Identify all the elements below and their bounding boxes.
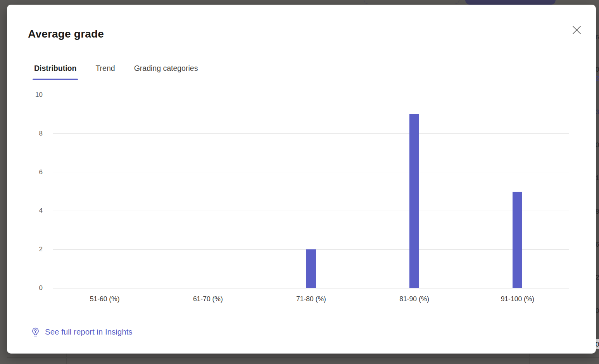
x-axis-labels: 51-60 (%)61-70 (%)71-80 (%)81-90 (%)91-1… — [53, 294, 569, 304]
background-text-fragment: 6 — [596, 240, 599, 249]
tab-bar: DistributionTrendGrading categories — [33, 63, 215, 80]
y-tick-label-10: 10 — [16, 91, 43, 99]
background-table-divider — [529, 354, 530, 364]
background-primary-button-fragment — [465, 0, 556, 5]
bar-cell — [259, 95, 363, 288]
x-tick-label: 61-70 (%) — [156, 294, 259, 304]
x-tick-label: 81-90 (%) — [363, 294, 466, 304]
bar-81-90 (%) — [409, 114, 419, 288]
close-icon — [572, 26, 581, 34]
see-full-report-label: See full report in Insights — [45, 326, 133, 337]
background-table-line — [7, 357, 599, 358]
close-button[interactable] — [569, 22, 584, 37]
bar-cell — [363, 95, 466, 288]
bar-cell — [156, 95, 259, 288]
bars — [53, 95, 569, 288]
bar-91-100 (%) — [513, 192, 522, 288]
y-tick-label-4: 4 — [16, 206, 43, 215]
x-tick-label: 51-60 (%) — [53, 294, 156, 304]
background-text-fragment: 0 — [596, 141, 599, 149]
plot-area — [53, 95, 569, 288]
screen: ra0230186200 Average grade DistributionT… — [0, 0, 599, 364]
background-text-fragment: ra — [596, 33, 599, 41]
background-text-fragment: 2 — [596, 273, 599, 282]
background-text-fragment: 0 — [596, 340, 599, 349]
background-text-fragment: 0 — [596, 65, 599, 74]
y-tick-label-6: 6 — [16, 168, 43, 177]
background-text-fragment: 0 — [596, 307, 599, 315]
bar-cell — [53, 95, 156, 288]
average-grade-dialog: Average grade DistributionTrendGrading c… — [7, 5, 596, 354]
footer-divider — [7, 312, 596, 312]
x-tick-label: 71-80 (%) — [259, 294, 363, 304]
background-text-fragment: 1 — [596, 174, 599, 182]
background-outlined-button-fragment — [364, 0, 459, 4]
tab-trend[interactable]: Trend — [94, 63, 116, 80]
background-table-divider — [66, 354, 67, 364]
y-tick-label-2: 2 — [16, 245, 43, 254]
background-text-fragment: 8 — [596, 208, 599, 216]
background-text-fragment: 3 — [596, 108, 599, 117]
background-text-fragment: 2 — [596, 74, 599, 83]
y-tick-label-0: 0 — [16, 284, 43, 292]
y-axis-labels: 0246810 — [16, 95, 43, 288]
bar-cell — [466, 95, 569, 288]
dialog-title: Average grade — [28, 28, 104, 40]
insights-lightbulb-icon — [30, 327, 41, 337]
bar-71-80 (%) — [306, 249, 316, 288]
see-full-report-link[interactable]: See full report in Insights — [30, 326, 133, 337]
tab-distribution[interactable]: Distribution — [33, 63, 78, 80]
tab-grading-categories[interactable]: Grading categories — [133, 63, 200, 80]
y-tick-label-8: 8 — [16, 129, 43, 138]
x-tick-label: 91-100 (%) — [466, 294, 569, 304]
